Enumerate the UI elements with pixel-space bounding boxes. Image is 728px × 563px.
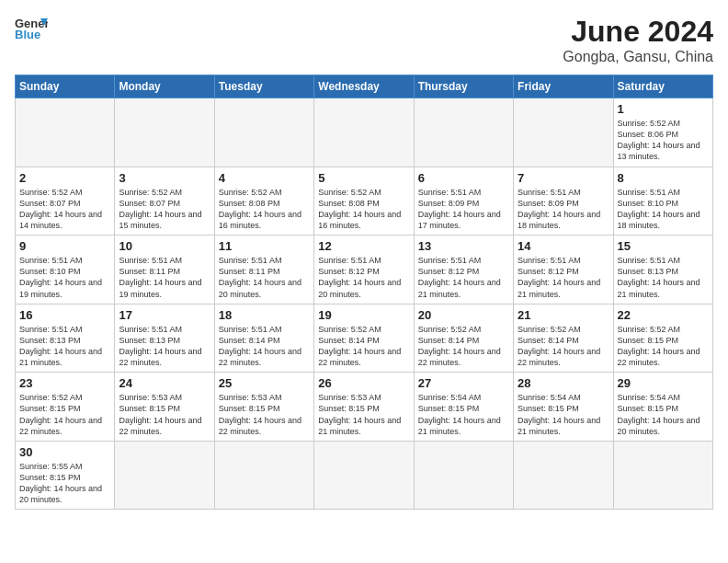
- day-info: Sunrise: 5:52 AM Sunset: 8:14 PM Dayligh…: [418, 324, 509, 369]
- calendar-cell: [514, 98, 613, 167]
- calendar-cell: 4Sunrise: 5:52 AM Sunset: 8:08 PM Daylig…: [214, 167, 313, 236]
- day-info: Sunrise: 5:51 AM Sunset: 8:13 PM Dayligh…: [119, 324, 210, 369]
- calendar-cell: 5Sunrise: 5:52 AM Sunset: 8:08 PM Daylig…: [314, 167, 414, 236]
- calendar-cell: [115, 441, 214, 510]
- calendar-cell: 10Sunrise: 5:51 AM Sunset: 8:11 PM Dayli…: [115, 236, 214, 304]
- day-info: Sunrise: 5:52 AM Sunset: 8:15 PM Dayligh…: [19, 392, 110, 437]
- day-number: 26: [318, 376, 409, 390]
- day-info: Sunrise: 5:51 AM Sunset: 8:11 PM Dayligh…: [219, 255, 310, 300]
- calendar-cell: 13Sunrise: 5:51 AM Sunset: 8:12 PM Dayli…: [414, 236, 513, 304]
- calendar-header-row: SundayMondayTuesdayWednesdayThursdayFrid…: [16, 75, 713, 98]
- day-info: Sunrise: 5:52 AM Sunset: 8:14 PM Dayligh…: [318, 324, 409, 369]
- day-info: Sunrise: 5:52 AM Sunset: 8:08 PM Dayligh…: [219, 187, 310, 232]
- calendar-cell: 28Sunrise: 5:54 AM Sunset: 8:15 PM Dayli…: [514, 373, 613, 442]
- calendar-cell: [214, 441, 313, 510]
- day-number: 17: [119, 308, 210, 322]
- day-info: Sunrise: 5:51 AM Sunset: 8:11 PM Dayligh…: [119, 255, 210, 300]
- calendar-cell: 30Sunrise: 5:55 AM Sunset: 8:15 PM Dayli…: [16, 441, 115, 510]
- day-info: Sunrise: 5:52 AM Sunset: 8:06 PM Dayligh…: [618, 118, 709, 163]
- header-monday: Monday: [115, 75, 214, 98]
- day-number: 16: [19, 308, 110, 322]
- calendar-week-3: 16Sunrise: 5:51 AM Sunset: 8:13 PM Dayli…: [16, 304, 713, 373]
- day-number: 28: [518, 376, 609, 390]
- calendar-cell: [16, 98, 115, 167]
- calendar-cell: [613, 441, 712, 510]
- calendar-cell: 19Sunrise: 5:52 AM Sunset: 8:14 PM Dayli…: [314, 304, 414, 373]
- day-info: Sunrise: 5:51 AM Sunset: 8:12 PM Dayligh…: [318, 255, 409, 300]
- calendar-cell: 22Sunrise: 5:52 AM Sunset: 8:15 PM Dayli…: [613, 304, 712, 373]
- calendar-cell: [314, 98, 414, 167]
- calendar-cell: [514, 441, 613, 510]
- day-number: 8: [618, 171, 709, 185]
- logo-icon: General Blue: [15, 15, 48, 40]
- day-number: 24: [119, 376, 210, 390]
- calendar-cell: 6Sunrise: 5:51 AM Sunset: 8:09 PM Daylig…: [414, 167, 513, 236]
- calendar-week-5: 30Sunrise: 5:55 AM Sunset: 8:15 PM Dayli…: [16, 441, 713, 510]
- calendar-cell: 16Sunrise: 5:51 AM Sunset: 8:13 PM Dayli…: [16, 304, 115, 373]
- calendar-cell: 26Sunrise: 5:53 AM Sunset: 8:15 PM Dayli…: [314, 373, 414, 442]
- calendar-cell: 8Sunrise: 5:51 AM Sunset: 8:10 PM Daylig…: [613, 167, 712, 236]
- calendar-cell: [115, 98, 214, 167]
- day-number: 22: [618, 308, 709, 322]
- day-info: Sunrise: 5:51 AM Sunset: 8:14 PM Dayligh…: [219, 324, 310, 369]
- day-info: Sunrise: 5:51 AM Sunset: 8:10 PM Dayligh…: [19, 255, 110, 300]
- day-info: Sunrise: 5:51 AM Sunset: 8:09 PM Dayligh…: [418, 187, 509, 232]
- calendar-cell: 9Sunrise: 5:51 AM Sunset: 8:10 PM Daylig…: [16, 236, 115, 304]
- logo: General Blue: [15, 15, 48, 40]
- day-number: 10: [119, 239, 210, 253]
- day-info: Sunrise: 5:51 AM Sunset: 8:12 PM Dayligh…: [418, 255, 509, 300]
- day-number: 2: [19, 171, 110, 185]
- day-info: Sunrise: 5:52 AM Sunset: 8:15 PM Dayligh…: [618, 324, 709, 369]
- day-number: 9: [19, 239, 110, 253]
- day-info: Sunrise: 5:51 AM Sunset: 8:13 PM Dayligh…: [19, 324, 110, 369]
- header-sunday: Sunday: [16, 75, 115, 98]
- calendar-cell: 20Sunrise: 5:52 AM Sunset: 8:14 PM Dayli…: [414, 304, 513, 373]
- header-wednesday: Wednesday: [314, 75, 414, 98]
- header-friday: Friday: [514, 75, 613, 98]
- calendar-cell: 15Sunrise: 5:51 AM Sunset: 8:13 PM Dayli…: [613, 236, 712, 304]
- calendar-cell: 17Sunrise: 5:51 AM Sunset: 8:13 PM Dayli…: [115, 304, 214, 373]
- day-info: Sunrise: 5:52 AM Sunset: 8:14 PM Dayligh…: [518, 324, 609, 369]
- page-header: General Blue June 2024 Gongba, Gansu, Ch…: [15, 15, 713, 65]
- day-number: 29: [618, 376, 709, 390]
- day-info: Sunrise: 5:51 AM Sunset: 8:12 PM Dayligh…: [518, 255, 609, 300]
- calendar-cell: [214, 98, 313, 167]
- day-number: 13: [418, 239, 509, 253]
- calendar-cell: 11Sunrise: 5:51 AM Sunset: 8:11 PM Dayli…: [214, 236, 313, 304]
- day-info: Sunrise: 5:51 AM Sunset: 8:13 PM Dayligh…: [618, 255, 709, 300]
- calendar-cell: 29Sunrise: 5:54 AM Sunset: 8:15 PM Dayli…: [613, 373, 712, 442]
- day-number: 1: [618, 102, 709, 116]
- day-number: 19: [318, 308, 409, 322]
- calendar-cell: 21Sunrise: 5:52 AM Sunset: 8:14 PM Dayli…: [514, 304, 613, 373]
- calendar-week-2: 9Sunrise: 5:51 AM Sunset: 8:10 PM Daylig…: [16, 236, 713, 304]
- header-tuesday: Tuesday: [214, 75, 313, 98]
- day-info: Sunrise: 5:53 AM Sunset: 8:15 PM Dayligh…: [318, 392, 409, 437]
- calendar-table: SundayMondayTuesdayWednesdayThursdayFrid…: [15, 75, 713, 510]
- month-year: June 2024: [563, 15, 713, 49]
- calendar-cell: 14Sunrise: 5:51 AM Sunset: 8:12 PM Dayli…: [514, 236, 613, 304]
- day-info: Sunrise: 5:51 AM Sunset: 8:09 PM Dayligh…: [518, 187, 609, 232]
- day-number: 12: [318, 239, 409, 253]
- day-number: 21: [518, 308, 609, 322]
- day-number: 5: [318, 171, 409, 185]
- day-number: 3: [119, 171, 210, 185]
- header-thursday: Thursday: [414, 75, 513, 98]
- day-number: 20: [418, 308, 509, 322]
- day-number: 23: [19, 376, 110, 390]
- calendar-cell: [314, 441, 414, 510]
- day-info: Sunrise: 5:54 AM Sunset: 8:15 PM Dayligh…: [518, 392, 609, 437]
- calendar-week-0: 1Sunrise: 5:52 AM Sunset: 8:06 PM Daylig…: [16, 98, 713, 167]
- location: Gongba, Gansu, China: [563, 49, 713, 65]
- day-number: 18: [219, 308, 310, 322]
- day-info: Sunrise: 5:53 AM Sunset: 8:15 PM Dayligh…: [119, 392, 210, 437]
- calendar-cell: 25Sunrise: 5:53 AM Sunset: 8:15 PM Dayli…: [214, 373, 313, 442]
- day-info: Sunrise: 5:54 AM Sunset: 8:15 PM Dayligh…: [618, 392, 709, 437]
- day-number: 25: [219, 376, 310, 390]
- day-number: 6: [418, 171, 509, 185]
- day-info: Sunrise: 5:51 AM Sunset: 8:10 PM Dayligh…: [618, 187, 709, 232]
- calendar-cell: 18Sunrise: 5:51 AM Sunset: 8:14 PM Dayli…: [214, 304, 313, 373]
- day-number: 11: [219, 239, 310, 253]
- calendar-cell: 7Sunrise: 5:51 AM Sunset: 8:09 PM Daylig…: [514, 167, 613, 236]
- calendar-cell: 27Sunrise: 5:54 AM Sunset: 8:15 PM Dayli…: [414, 373, 513, 442]
- calendar-cell: 2Sunrise: 5:52 AM Sunset: 8:07 PM Daylig…: [16, 167, 115, 236]
